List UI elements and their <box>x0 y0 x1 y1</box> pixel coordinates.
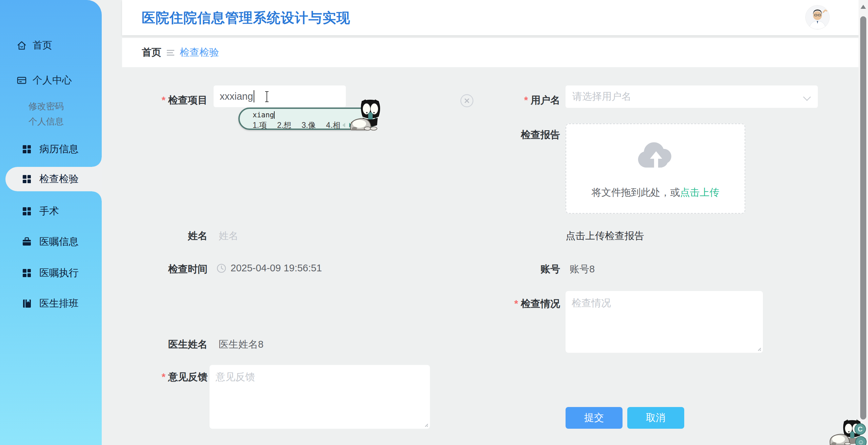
scrollbar-thumb[interactable] <box>860 16 866 420</box>
scrollbar-up-icon[interactable] <box>861 5 866 9</box>
account-value: 账号8 <box>570 263 595 276</box>
ime-candidate[interactable]: 3.像 <box>301 120 316 131</box>
name-label: 姓名 <box>112 229 208 243</box>
sidebar-item-profile-center[interactable]: 个人中心 <box>16 73 72 88</box>
doctor-name-label: 医生姓名 <box>112 338 208 351</box>
sidebar-item-profile-info[interactable]: 个人信息 <box>28 116 64 128</box>
submit-button[interactable]: 提交 <box>566 407 623 429</box>
grid-icon <box>22 268 32 278</box>
sidebar-item-label: 首页 <box>33 39 52 52</box>
chevron-down-icon <box>803 93 811 101</box>
notebook-icon <box>22 298 32 309</box>
exam-time-value[interactable]: 2025-04-09 19:56:51 <box>231 263 322 274</box>
sidebar-item-doctor-orders[interactable]: 医嘱信息 <box>22 234 79 249</box>
sidebar-item-label: 病历信息 <box>39 142 79 156</box>
ime-candidate[interactable]: 2.想 <box>277 120 291 131</box>
ime-cat-mascot <box>348 99 383 131</box>
ime-composition: xiang <box>253 111 275 119</box>
situation-label: 检查情况 <box>465 297 560 311</box>
resize-handle-icon[interactable] <box>423 422 429 427</box>
sidebar-item-surgery[interactable]: 手术 <box>22 204 59 219</box>
username-placeholder: 请选择用户名 <box>572 90 631 103</box>
upload-hint: 点击上传检查报告 <box>566 229 644 243</box>
breadcrumb-band: 首页 检查检验 <box>122 38 868 67</box>
sidebar-item-medical-records[interactable]: 病历信息 <box>22 142 79 157</box>
sidebar-item-home[interactable]: 首页 <box>16 38 52 53</box>
username-select[interactable]: 请选择用户名 <box>566 85 818 108</box>
sidebar-item-doctor-schedule[interactable]: 医生排班 <box>22 296 79 311</box>
sidebar-item-label: 检查检验 <box>39 172 79 186</box>
sidebar-item-order-execution[interactable]: 医嘱执行 <box>22 266 79 280</box>
report-label: 检查报告 <box>465 128 560 142</box>
doctor-name-value: 医生姓名8 <box>219 338 263 351</box>
sidebar-item-label: 医生排班 <box>39 297 79 310</box>
exam-item-input[interactable]: xxxiang <box>214 85 346 107</box>
grid-icon <box>22 174 32 184</box>
text-cursor-icon <box>264 91 270 102</box>
exam-item-label: 检查项目 <box>112 94 208 107</box>
name-input[interactable]: 姓名 <box>219 229 238 243</box>
ime-caret <box>274 111 275 119</box>
grid-icon <box>22 206 32 216</box>
clock-icon <box>216 263 226 273</box>
upload-drop-text: 将文件拖到此处，或点击上传 <box>566 186 745 199</box>
breadcrumb-separator-icon <box>167 50 174 56</box>
ime-prev-page-icon[interactable] <box>341 122 346 128</box>
sidebar-item-examination[interactable]: 检查检验 <box>22 172 79 187</box>
id-card-icon <box>16 75 27 86</box>
username-label: 用户名 <box>465 94 560 107</box>
ime-candidate[interactable]: 1.项 <box>253 120 267 131</box>
resize-handle-icon[interactable] <box>756 346 762 351</box>
breadcrumb-current[interactable]: 检查检验 <box>180 46 219 59</box>
cloud-upload-icon <box>636 138 676 172</box>
feedback-textarea[interactable]: 意见反馈 <box>210 365 430 429</box>
sidebar-item-change-password[interactable]: 修改密码 <box>28 100 64 112</box>
sidebar: 首页 个人中心 修改密码 个人信息 病历信息 检查检验 手术 <box>0 0 102 445</box>
exam-time-label: 检查时间 <box>112 263 208 276</box>
sidebar-item-label: 医嘱信息 <box>39 235 79 249</box>
breadcrumb-home[interactable]: 首页 <box>142 46 161 59</box>
account-label: 账号 <box>465 263 560 276</box>
page-title: 医院住院信息管理系统设计与实现 <box>142 8 350 27</box>
upload-link[interactable]: 点击上传 <box>680 187 719 198</box>
cancel-button[interactable]: 取消 <box>627 407 684 429</box>
feedback-label: 意见反馈 <box>112 370 208 384</box>
grid-icon <box>22 144 32 154</box>
sidebar-item-label: 医嘱执行 <box>39 266 79 280</box>
avatar[interactable] <box>806 5 829 29</box>
breadcrumb: 首页 检查检验 <box>142 38 219 67</box>
doctor-avatar-image <box>806 5 829 29</box>
sidebar-item-label: 个人中心 <box>33 74 72 87</box>
scrollbar[interactable] <box>859 0 868 445</box>
ime-toolbar-button-2[interactable]: ☺ <box>855 436 867 445</box>
text-caret <box>254 90 254 102</box>
ime-toolbar-button-1[interactable]: C <box>854 423 866 435</box>
briefcase-icon <box>22 237 32 247</box>
sidebar-item-label: 手术 <box>39 205 59 218</box>
home-icon <box>16 40 27 51</box>
situation-textarea[interactable]: 检查情况 <box>566 291 763 353</box>
exam-item-value: xxxiang <box>220 91 253 102</box>
ime-candidate[interactable]: 4.相 <box>326 120 340 131</box>
report-upload-dropzone[interactable]: 将文件拖到此处，或点击上传 <box>566 123 745 214</box>
app-header: 医院住院信息管理系统设计与实现 <box>122 0 868 35</box>
